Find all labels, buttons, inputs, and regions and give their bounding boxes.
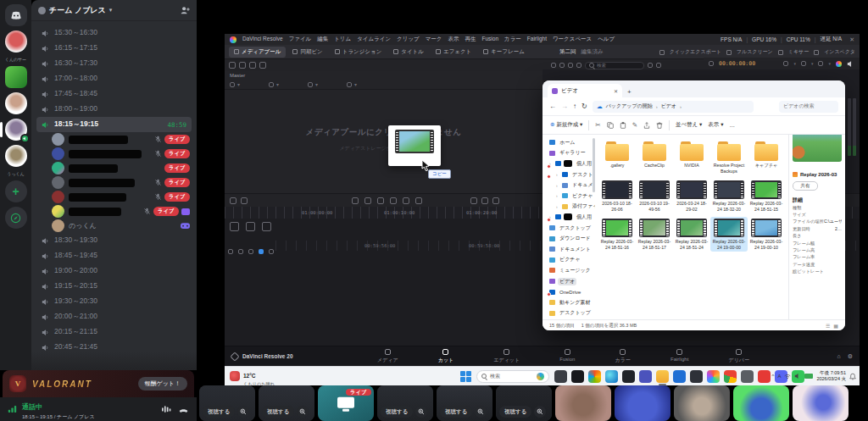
chevron-icon[interactable]: › xyxy=(556,204,559,209)
voice-member-row[interactable]: ライブ xyxy=(31,175,197,190)
explorer-search-input[interactable]: ビデオの検索 xyxy=(779,101,838,113)
quick-export-button[interactable]: クイックエクスポート xyxy=(670,48,721,56)
taskbar-app-icon[interactable] xyxy=(673,370,686,383)
battery-icon[interactable] xyxy=(804,374,813,379)
paste-icon[interactable] xyxy=(620,122,626,129)
voice-channel[interactable]: 17:00～18:00 xyxy=(36,71,192,86)
voice-member-row[interactable]: ライブ xyxy=(31,190,197,204)
discord-home-button[interactable] xyxy=(5,4,27,26)
taskbar-app-icon[interactable] xyxy=(571,370,584,383)
server-icon[interactable] xyxy=(5,145,27,167)
page-tab[interactable]: Fusion xyxy=(551,347,583,366)
project-manager-icon[interactable]: ⌂ xyxy=(837,353,840,360)
view-button[interactable]: 表示 ▾ xyxy=(708,121,723,129)
sidebar-item[interactable]: › 添付ファイル xyxy=(544,202,593,213)
file-item[interactable]: Replay 2026-03-24 18-51-24 xyxy=(673,217,710,252)
file-item[interactable]: Resolve Project Backups xyxy=(710,140,748,175)
stream-tile[interactable]: ライブ 視聴する xyxy=(437,385,492,421)
file-item[interactable]: NVIDIA xyxy=(673,140,710,175)
voice-channel[interactable]: 16:30～17:30 xyxy=(36,56,192,71)
voice-member-row[interactable]: ライブ xyxy=(31,161,197,175)
watch-stream-button[interactable]: 視聴する xyxy=(440,406,472,418)
panel-tab[interactable]: タイトル xyxy=(388,47,429,58)
ime-icon[interactable]: A xyxy=(777,374,781,379)
stream-tile[interactable]: ライブ 視聴する xyxy=(318,385,374,421)
add-member-icon[interactable] xyxy=(181,6,190,14)
sidebar-scrollbar[interactable] xyxy=(593,138,595,192)
popout-zoom-button[interactable] xyxy=(237,406,249,418)
taskbar-app-icon[interactable] xyxy=(622,370,635,383)
menu-item[interactable]: カラー xyxy=(504,36,521,43)
add-server-button[interactable]: + xyxy=(5,180,27,202)
cut-icon[interactable]: ✂ xyxy=(595,121,600,129)
sync-icon[interactable] xyxy=(249,62,256,69)
sidebar-item[interactable]: › デスクトップ xyxy=(544,308,593,319)
sidebar-item[interactable]: › デスクトップ xyxy=(544,169,593,180)
more-commands-button[interactable]: … xyxy=(729,122,735,128)
reward-get-button[interactable]: 報酬ゲット！ xyxy=(138,377,188,391)
new-item-button[interactable]: ⊕ 新規作成 ▾ xyxy=(550,121,582,129)
voice-channel[interactable]: 19:15～20:15 xyxy=(36,279,192,294)
volume-icon[interactable] xyxy=(794,373,801,379)
snap-icon[interactable] xyxy=(230,197,236,204)
popout-zoom-button[interactable] xyxy=(415,406,427,418)
taskbar-search-input[interactable]: 検索 xyxy=(476,370,549,383)
tray-overflow-icon[interactable]: ^ xyxy=(772,374,775,379)
viewer-mode-icon[interactable] xyxy=(783,61,788,66)
file-item[interactable]: Replay 2026-03-24 18-51-17 xyxy=(636,217,673,252)
chevron-icon[interactable]: › xyxy=(556,183,559,188)
sidebar-item[interactable]: › 個人用 xyxy=(544,158,593,169)
popout-zoom-button[interactable] xyxy=(297,406,309,418)
voice-channel[interactable]: 18:30～19:30 xyxy=(36,233,192,248)
popout-zoom-button[interactable] xyxy=(475,406,487,418)
chevron-icon[interactable]: › xyxy=(556,193,559,198)
file-item[interactable]: 2026-03-10 18-26-06 xyxy=(598,179,636,213)
import-media-icon[interactable] xyxy=(229,62,236,69)
popout-zoom-button[interactable] xyxy=(534,406,546,418)
stream-tile[interactable]: ライブ 視聴する xyxy=(377,385,433,421)
sidebar-item[interactable]: › ホーム xyxy=(544,137,593,148)
voice-member-row[interactable]: ライブ xyxy=(31,132,197,147)
rename-icon[interactable]: ✎ xyxy=(632,121,637,129)
menu-item[interactable]: トリム xyxy=(334,36,351,43)
page-tab[interactable]: カラー xyxy=(607,347,639,366)
menu-item[interactable]: 表示 xyxy=(448,36,459,43)
clip-filter[interactable]: ▾ xyxy=(308,81,318,87)
preview-share-button[interactable]: 共有 xyxy=(793,181,818,191)
watch-stream-button[interactable]: 視聴する xyxy=(499,406,531,418)
dragged-clip-card[interactable] xyxy=(388,125,441,166)
stream-tile[interactable]: ライブ 視聴する xyxy=(199,385,255,421)
panel-tab[interactable]: トランジション xyxy=(330,47,387,58)
voice-channel-active[interactable]: 18:15～19:15 48:59 xyxy=(36,117,192,132)
sort-button[interactable]: 並べ替え ▾ xyxy=(676,121,702,129)
chevron-icon[interactable]: › xyxy=(556,172,559,177)
file-item[interactable]: Replay 2026-03-24 19-00-10 xyxy=(748,217,785,252)
copy-icon[interactable] xyxy=(607,122,614,129)
menu-item[interactable]: 再生 xyxy=(465,36,476,43)
watch-stream-button[interactable]: 視聴する xyxy=(203,406,235,418)
watch-stream-button[interactable]: 視聴する xyxy=(262,406,294,418)
forward-icon[interactable]: → xyxy=(561,102,568,110)
timeline-view-icon[interactable] xyxy=(470,197,477,204)
server-header[interactable]: チーム ノブレス ▾ xyxy=(31,0,197,21)
voice-channel[interactable]: 15:30～16:30 xyxy=(36,25,192,41)
file-item[interactable]: Replay 2026-03-24 18-32-20 xyxy=(710,179,748,213)
sort-icon[interactable] xyxy=(648,63,653,68)
taskbar-app-icon[interactable] xyxy=(741,370,754,383)
menu-item[interactable]: 編集 xyxy=(317,36,328,43)
taskbar-app-icon[interactable] xyxy=(758,370,771,383)
weather-widget[interactable]: 12°C くもりのち晴れ xyxy=(230,366,275,387)
file-item[interactable]: CacheClip xyxy=(636,140,673,175)
taskbar-app-icon[interactable] xyxy=(656,370,669,383)
taskbar-app-icon[interactable] xyxy=(639,370,652,383)
server-icon[interactable] xyxy=(5,30,27,53)
voice-channel[interactable]: 19:30～20:30 xyxy=(36,294,192,309)
new-bin-icon[interactable] xyxy=(239,62,246,69)
notifications-bell-icon[interactable] xyxy=(849,373,856,380)
track-option-icon[interactable] xyxy=(269,249,274,254)
stream-tile[interactable]: ライブ 視聴する xyxy=(674,385,730,421)
output-icon[interactable] xyxy=(801,61,806,66)
breadcrumb-root[interactable]: バックアップの開始 xyxy=(606,102,653,110)
sidebar-item[interactable]: › 個人用 xyxy=(544,212,593,223)
view-grid-icon[interactable] xyxy=(559,63,565,68)
